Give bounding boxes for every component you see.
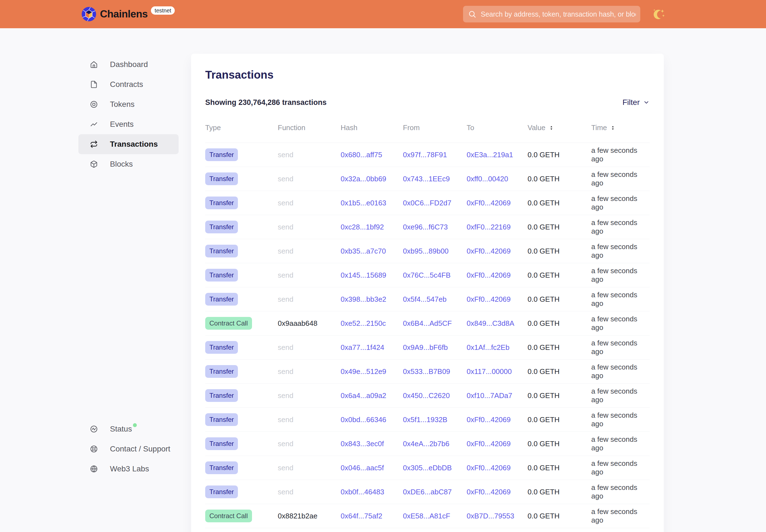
table-row: Transfersend0x046...aac5f0x305...eDbDB0x… xyxy=(205,456,650,480)
from-address-link[interactable]: 0xE58...A81cF xyxy=(403,512,450,520)
time-cell: a few seconds ago xyxy=(591,507,650,525)
value-cell: 0.0 GETH xyxy=(528,464,591,472)
type-badge-transfer: Transfer xyxy=(205,148,238,161)
to-address-link[interactable]: 0xE3a...219a1 xyxy=(467,151,513,159)
column-header-from: From xyxy=(403,123,467,132)
column-header-time[interactable]: Time xyxy=(591,123,650,132)
brand[interactable]: Chainlens testnet xyxy=(82,0,175,28)
to-address-link[interactable]: 0xFf0...42069 xyxy=(467,271,511,279)
type-badge-contract-call: Contract Call xyxy=(205,510,252,522)
type-badge-transfer: Transfer xyxy=(205,245,238,257)
to-address-link[interactable]: 0xFf0...42069 xyxy=(467,488,511,496)
to-address-link[interactable]: 0x117...00000 xyxy=(467,367,512,376)
sidebar-item-label: Web3 Labs xyxy=(110,464,149,473)
from-address-link[interactable]: 0x9A9...bF6fb xyxy=(403,343,448,352)
value-cell: 0.0 GETH xyxy=(528,343,591,352)
sidebar-item-dashboard[interactable]: Dashboard xyxy=(78,55,179,74)
sidebar-item-label: Blocks xyxy=(110,160,133,169)
hash-link[interactable]: 0x843...3ec0f xyxy=(340,440,384,448)
from-address-link[interactable]: 0x76C...5c4FB xyxy=(403,271,451,279)
search-input[interactable] xyxy=(463,6,640,22)
column-header-value[interactable]: Value xyxy=(528,123,591,132)
time-cell: a few seconds ago xyxy=(591,363,650,380)
hash-link[interactable]: 0x1b5...e0163 xyxy=(340,199,386,207)
type-badge-transfer: Transfer xyxy=(205,413,238,426)
from-address-link[interactable]: 0x6B4...Ad5CF xyxy=(403,319,452,327)
to-address-link[interactable]: 0x849...C3d8A xyxy=(467,319,514,327)
from-address-link[interactable]: 0x533...B7B09 xyxy=(403,367,450,376)
sidebar-item-transactions[interactable]: Transactions xyxy=(78,134,179,154)
function-cell: send xyxy=(278,199,340,207)
to-address-link[interactable]: 0xFf0...42069 xyxy=(467,295,511,303)
chainlens-logo-icon xyxy=(82,7,96,21)
list-meta: Showing 230,764,286 transactions Filter xyxy=(205,97,650,107)
hash-link[interactable]: 0x0bd...66346 xyxy=(340,415,386,424)
hash-link[interactable]: 0x64f...75af2 xyxy=(340,512,382,520)
to-address-link[interactable]: 0x1Af...fc2Eb xyxy=(467,343,510,352)
from-address-link[interactable]: 0x5f4...547eb xyxy=(403,295,447,303)
hash-link[interactable]: 0xb0f...46483 xyxy=(340,488,385,496)
to-address-link[interactable]: 0xFf0...42069 xyxy=(467,440,511,448)
table-row: Transfersend0x0bd...663460x5f1...1932B0x… xyxy=(205,408,650,432)
sidebar-item-web3-labs[interactable]: Web3 Labs xyxy=(78,459,179,479)
from-address-link[interactable]: 0x450...C2620 xyxy=(403,391,450,400)
sidebar-item-contracts[interactable]: Contracts xyxy=(78,74,179,94)
to-address-link[interactable]: 0xFf0...42069 xyxy=(467,415,511,424)
hash-link[interactable]: 0x680...aff75 xyxy=(340,151,382,159)
to-address-link[interactable]: 0xFf0...42069 xyxy=(467,464,511,472)
from-address-link[interactable]: 0x743...1EEc9 xyxy=(403,175,450,183)
type-badge-transfer: Transfer xyxy=(205,437,238,450)
sidebar-item-events[interactable]: Events xyxy=(78,114,179,134)
time-cell: a few seconds ago xyxy=(591,267,650,284)
column-header-label: Type xyxy=(205,123,221,132)
from-address-link[interactable]: 0x5f1...1932B xyxy=(403,415,447,424)
from-address-link[interactable]: 0x4eA...2b7b6 xyxy=(403,440,450,448)
function-cell: send xyxy=(278,343,340,352)
type-badge-transfer: Transfer xyxy=(205,197,238,209)
hash-link[interactable]: 0xe52...2150c xyxy=(340,319,386,327)
sidebar-item-blocks[interactable]: Blocks xyxy=(78,154,179,174)
hash-link[interactable]: 0xa77...1f424 xyxy=(340,343,385,352)
filter-button[interactable]: Filter xyxy=(623,98,650,107)
function-cell: send xyxy=(278,488,340,496)
sidebar-item-label: Status xyxy=(110,425,132,433)
function-cell: send xyxy=(278,440,340,448)
to-address-link[interactable]: 0xFf0...42069 xyxy=(467,247,511,255)
hash-link[interactable]: 0xb35...a7c70 xyxy=(340,247,386,255)
table-row: Transfersend0x32a...0bb690x743...1EEc90x… xyxy=(205,167,650,191)
value-cell: 0.0 GETH xyxy=(528,391,591,400)
time-cell: a few seconds ago xyxy=(591,435,650,452)
hash-link[interactable]: 0x6a4...a09a2 xyxy=(340,391,386,400)
time-cell: a few seconds ago xyxy=(591,411,650,428)
function-cell: send xyxy=(278,464,340,472)
home-icon xyxy=(90,61,98,68)
to-address-link[interactable]: 0xf10...7ADa7 xyxy=(467,391,512,400)
hash-link[interactable]: 0x32a...0bb69 xyxy=(340,175,386,183)
to-address-link[interactable]: 0xff0...00420 xyxy=(467,175,508,183)
from-address-link[interactable]: 0x97f...78F91 xyxy=(403,151,447,159)
column-header-label: Function xyxy=(278,123,305,132)
sidebar-item-contact-support[interactable]: Contact / Support xyxy=(78,439,179,459)
dark-mode-toggle[interactable] xyxy=(651,6,667,22)
from-address-link[interactable]: 0x305...eDbDB xyxy=(403,464,452,472)
hash-link[interactable]: 0x398...bb3e2 xyxy=(340,295,386,303)
type-badge-transfer: Transfer xyxy=(205,221,238,233)
function-cell: send xyxy=(278,247,340,255)
hash-link[interactable]: 0x49e...512e9 xyxy=(340,367,386,376)
hash-link[interactable]: 0x145...15689 xyxy=(340,271,386,279)
from-address-link[interactable]: 0xb95...89b00 xyxy=(403,247,449,255)
to-address-link[interactable]: 0xB7D...79553 xyxy=(467,512,514,520)
hash-link[interactable]: 0x046...aac5f xyxy=(340,464,384,472)
table-header: TypeFunctionHashFromToValueTime xyxy=(205,123,650,143)
sidebar-item-status[interactable]: Status xyxy=(78,419,179,439)
lifebuoy-icon xyxy=(90,445,98,453)
from-address-link[interactable]: 0xe96...f6C73 xyxy=(403,223,448,231)
function-cell: send xyxy=(278,223,340,231)
search-bar xyxy=(463,6,640,22)
from-address-link[interactable]: 0xDE6...abC87 xyxy=(403,488,452,496)
from-address-link[interactable]: 0x0C6...FD2d7 xyxy=(403,199,452,207)
to-address-link[interactable]: 0xfF0...22169 xyxy=(467,223,511,231)
to-address-link[interactable]: 0xFf0...42069 xyxy=(467,199,511,207)
sidebar-item-tokens[interactable]: Tokens xyxy=(78,94,179,114)
hash-link[interactable]: 0xc28...1bf92 xyxy=(340,223,384,231)
